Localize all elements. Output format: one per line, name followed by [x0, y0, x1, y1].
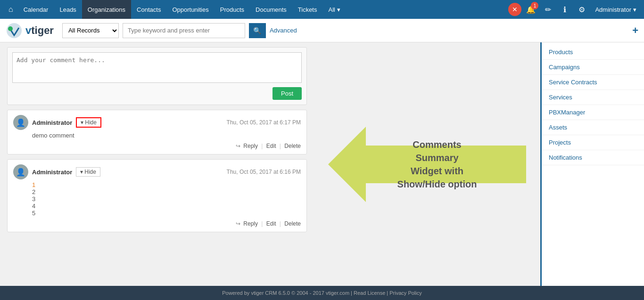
sidebar-item-assets[interactable]: Assets	[542, 120, 644, 135]
nav-documents[interactable]: Documents	[250, 0, 292, 19]
hide-dropdown-icon: ▾	[81, 119, 83, 126]
comment-item: 👤 Administrator ▾ Hide Thu, Oct 05, 2017…	[7, 110, 307, 154]
sidebar-item-products[interactable]: Products	[542, 45, 644, 60]
nav-organizations[interactable]: Organizations	[82, 0, 131, 19]
notification-count-badge: 1	[531, 2, 538, 9]
hide-button[interactable]: ▾ Hide	[76, 117, 101, 128]
delete-link[interactable]: Delete	[284, 220, 301, 227]
sidebar-item-pbxmanager[interactable]: PBXManager	[542, 105, 644, 120]
record-type-select[interactable]: All Records	[62, 23, 119, 38]
logo-text: vtiger	[25, 24, 54, 37]
comment-actions: ↪ Reply | Edit | Delete	[13, 220, 301, 227]
nav-tickets[interactable]: Tickets	[292, 0, 323, 19]
search-input[interactable]	[123, 23, 245, 38]
arrow-widget: Comments Summary Widget with Show/Hide o…	[328, 117, 526, 211]
edit-icon[interactable]: ✏	[540, 2, 555, 17]
nav-right-actions: ✕ 🔔 1 ✏ ℹ ⚙ Administrator ▾	[508, 2, 640, 17]
avatar: 👤	[13, 115, 28, 130]
advanced-search-link[interactable]: Advanced	[270, 27, 297, 34]
content-area: Post 👤 Administrator ▾ Hide Thu, Oct 05,…	[0, 42, 314, 286]
comment-line-3: 3	[32, 195, 301, 203]
comment-input[interactable]	[12, 52, 302, 83]
avatar: 👤	[13, 164, 28, 179]
hide-button[interactable]: ▾ Hide	[76, 167, 100, 177]
sidebar-item-services[interactable]: Services	[542, 90, 644, 105]
hide-label: Hide	[85, 119, 97, 126]
delete-link[interactable]: Delete	[284, 143, 301, 149]
close-icon-btn[interactable]: ✕	[508, 3, 521, 16]
notifications-bell-icon[interactable]: 🔔 1	[523, 2, 538, 17]
logo: vtiger	[6, 22, 54, 39]
comment-item: 👤 Administrator ▾ Hide Thu, Oct 05, 2017…	[7, 159, 307, 232]
nav-all[interactable]: All ▾	[322, 0, 346, 19]
add-new-button[interactable]: +	[632, 24, 638, 37]
nav-contacts[interactable]: Contacts	[131, 0, 166, 19]
comment-line-2: 2	[32, 188, 301, 195]
comment-header: 👤 Administrator ▾ Hide Thu, Oct 05, 2017…	[13, 164, 301, 179]
top-navigation: ⌂ Calendar Leads Organizations Contacts …	[0, 0, 644, 19]
nav-calendar[interactable]: Calendar	[18, 0, 54, 19]
arrow-shape-svg	[328, 117, 526, 211]
comment-header: 👤 Administrator ▾ Hide Thu, Oct 05, 2017…	[13, 115, 301, 130]
hide-dropdown-icon: ▾	[80, 169, 83, 175]
edit-link[interactable]: Edit	[266, 143, 276, 149]
comment-text: 1 2 3 4 5	[32, 181, 301, 217]
post-comment-button[interactable]: Post	[272, 87, 302, 100]
footer: Powered by vtiger CRM 6.5.0 © 2004 - 201…	[0, 286, 644, 300]
hide-label: Hide	[84, 169, 96, 175]
reply-link[interactable]: Reply	[243, 220, 258, 227]
comment-line-5: 5	[32, 210, 301, 217]
comment-line-4: 4	[32, 203, 301, 210]
admin-label: Administrator	[595, 6, 631, 13]
comment-actions: ↪ Reply | Edit | Delete	[13, 143, 301, 149]
comment-time: Thu, Oct 05, 2017 at 6:17 PM	[227, 119, 301, 126]
reply-link[interactable]: Reply	[243, 143, 258, 149]
sidebar: Products Campaigns Service Contracts Ser…	[540, 42, 644, 286]
vtiger-logo-icon	[6, 22, 23, 39]
main-layout: Post 👤 Administrator ▾ Hide Thu, Oct 05,…	[0, 42, 644, 286]
svg-point-1	[8, 26, 13, 31]
info-icon[interactable]: ℹ	[557, 2, 572, 17]
comment-line-1: 1	[32, 181, 301, 188]
sidebar-item-projects[interactable]: Projects	[542, 135, 644, 150]
svg-marker-2	[328, 127, 526, 202]
comment-author: Administrator	[32, 119, 72, 126]
comment-author: Administrator	[32, 169, 72, 176]
sidebar-item-campaigns[interactable]: Campaigns	[542, 60, 644, 75]
nav-leads[interactable]: Leads	[54, 0, 82, 19]
admin-dropdown-icon: ▾	[633, 6, 636, 13]
widget-area: Comments Summary Widget with Show/Hide o…	[314, 42, 540, 286]
comment-box-container: Post	[7, 47, 307, 105]
edit-link[interactable]: Edit	[266, 220, 276, 227]
sidebar-item-service-contracts[interactable]: Service Contracts	[542, 75, 644, 90]
nav-opportunities[interactable]: Opportunities	[166, 0, 214, 19]
nav-products[interactable]: Products	[215, 0, 250, 19]
settings-icon[interactable]: ⚙	[574, 2, 589, 17]
search-bar: vtiger All Records 🔍 Advanced +	[0, 19, 644, 42]
admin-menu[interactable]: Administrator ▾	[591, 6, 640, 13]
search-button[interactable]: 🔍	[249, 23, 266, 38]
comment-text: demo comment	[32, 132, 301, 139]
footer-text: Powered by vtiger CRM 6.5.0 © 2004 - 201…	[222, 290, 421, 296]
home-button[interactable]: ⌂	[4, 0, 18, 19]
sidebar-item-notifications[interactable]: Notifications	[542, 150, 644, 165]
comment-time: Thu, Oct 05, 2017 at 6:16 PM	[227, 169, 301, 175]
